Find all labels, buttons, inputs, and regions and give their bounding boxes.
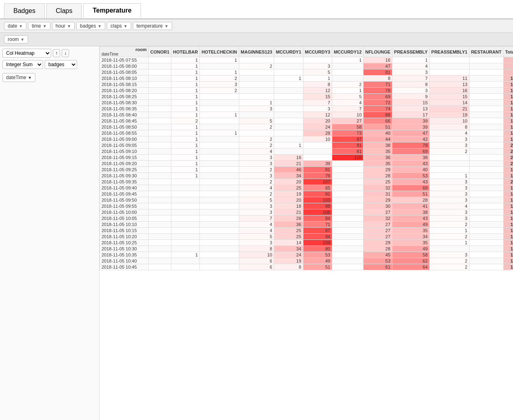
datetime-cell: 2018-11-05 08:35	[100, 106, 149, 112]
data-cell: 62	[392, 258, 430, 264]
data-cell	[274, 69, 303, 75]
data-cell	[469, 228, 503, 234]
filter-badges[interactable]: badges ▼	[76, 22, 105, 30]
data-cell	[303, 142, 332, 149]
data-cell: 1	[332, 57, 363, 63]
datetime-cell: 2018-11-05 09:40	[100, 185, 149, 191]
data-cell: 53	[392, 173, 430, 179]
data-cell: 32	[364, 185, 392, 191]
data-cell: 26	[274, 215, 303, 222]
data-cell	[332, 240, 363, 246]
data-cell	[200, 179, 239, 185]
data-cell	[149, 69, 171, 75]
data-cell	[200, 222, 239, 228]
data-cell: 21	[274, 209, 303, 215]
data-cell: 81	[364, 69, 392, 75]
totals-cell: 128	[503, 112, 513, 118]
data-cell	[332, 252, 363, 258]
data-cell: 35	[364, 149, 392, 155]
data-cell	[469, 222, 503, 228]
data-cell: 43	[392, 215, 430, 222]
data-cell	[149, 75, 171, 82]
sort-asc-btn[interactable]: ↑	[53, 49, 60, 57]
data-cell: 1	[200, 57, 239, 63]
heatmap-type-select[interactable]: Col Heatmap Row Heatmap	[2, 49, 51, 58]
data-cell: 69	[392, 185, 430, 191]
main-layout: Col Heatmap Row Heatmap ↑ ↓ Integer Sum …	[0, 46, 513, 420]
data-cell: 27	[364, 228, 392, 234]
data-cell	[171, 191, 200, 197]
totals-cell: 198	[503, 209, 513, 215]
data-cell: 19	[274, 191, 303, 197]
table-row: 2018-11-05 09:553189930414195	[100, 203, 513, 209]
data-cell: 15	[429, 94, 469, 100]
field-select[interactable]: badges claps temperature	[45, 60, 77, 69]
data-cell	[149, 57, 171, 63]
tab-temperature[interactable]: Temperature	[83, 3, 141, 18]
datetime-cell: 2018-11-05 09:45	[100, 191, 149, 197]
table-row: 2018-11-05 10:0032110827383198	[100, 209, 513, 215]
totals-cell: 20	[503, 57, 513, 63]
data-cell: 8	[429, 124, 469, 130]
data-cell: 10	[239, 252, 274, 258]
data-cell	[469, 57, 503, 63]
data-cell	[469, 258, 503, 264]
filter-room[interactable]: room ▼	[4, 35, 28, 43]
data-cell	[239, 75, 274, 82]
sort-desc-btn[interactable]: ↓	[62, 49, 69, 57]
data-cell	[149, 63, 171, 69]
tab-claps[interactable]: Claps	[46, 3, 82, 18]
data-cell: 1	[171, 88, 200, 94]
totals-cell: 191	[503, 240, 513, 246]
data-cell: 39	[392, 118, 430, 124]
data-cell: 65	[303, 185, 332, 191]
data-cell	[274, 82, 303, 88]
data-cell	[171, 228, 200, 234]
data-cell: 29	[364, 240, 392, 246]
controls-row2: Integer Sum Integer Avg badges claps tem…	[2, 60, 97, 69]
totals-cell: 199	[503, 136, 513, 142]
table-row: 2018-11-05 09:251246812940199	[100, 167, 513, 173]
filter-date[interactable]: date ▼	[4, 22, 26, 30]
totals-cell: 92	[503, 69, 513, 75]
data-cell	[171, 246, 200, 252]
data-cell: 99	[303, 203, 332, 209]
data-cell	[429, 161, 469, 167]
filter-hour[interactable]: hour ▼	[52, 22, 75, 30]
data-cell: 97	[303, 228, 332, 234]
datetime-cell: 2018-11-05 09:00	[100, 136, 149, 142]
data-cell	[200, 149, 239, 155]
filter-claps[interactable]: claps ▼	[107, 22, 131, 30]
filter-time[interactable]: time ▼	[28, 22, 50, 30]
table-area[interactable]: roomdateTime CONOR1 HOTELBAR HOTELCHECKI…	[100, 46, 513, 420]
data-cell	[469, 155, 503, 161]
data-cell	[200, 197, 239, 203]
aggregation-select[interactable]: Integer Sum Integer Avg	[2, 60, 43, 69]
data-cell: 44	[364, 136, 392, 142]
data-cell	[149, 136, 171, 142]
col-nflounge: NFLOUNGE	[364, 47, 392, 57]
data-cell	[332, 209, 363, 215]
data-cell: 4	[239, 222, 274, 228]
sidebar-dimension-item[interactable]: dateTime ▼	[2, 73, 35, 82]
tab-badges[interactable]: Badges	[4, 3, 45, 18]
datetime-cell: 2018-11-05 08:55	[100, 130, 149, 136]
data-cell: 1	[171, 161, 200, 167]
data-cell: 51	[303, 264, 332, 270]
data-cell: 97	[332, 136, 363, 142]
data-cell	[469, 94, 503, 100]
data-cell: 1	[429, 240, 469, 246]
data-cell	[332, 197, 363, 203]
data-cell: 1	[171, 124, 200, 130]
data-cell	[239, 94, 274, 100]
data-cell: 2	[239, 136, 274, 142]
data-cell	[200, 118, 239, 124]
data-cell	[332, 179, 363, 185]
table-row: 2018-11-05 08:5511287340474194	[100, 130, 513, 136]
datetime-cell: 2018-11-05 09:50	[100, 197, 149, 203]
data-cell	[469, 179, 503, 185]
filter-temperature[interactable]: temperature ▼	[133, 22, 172, 30]
data-cell	[429, 155, 469, 161]
data-cell	[200, 258, 239, 264]
data-cell	[149, 112, 171, 118]
